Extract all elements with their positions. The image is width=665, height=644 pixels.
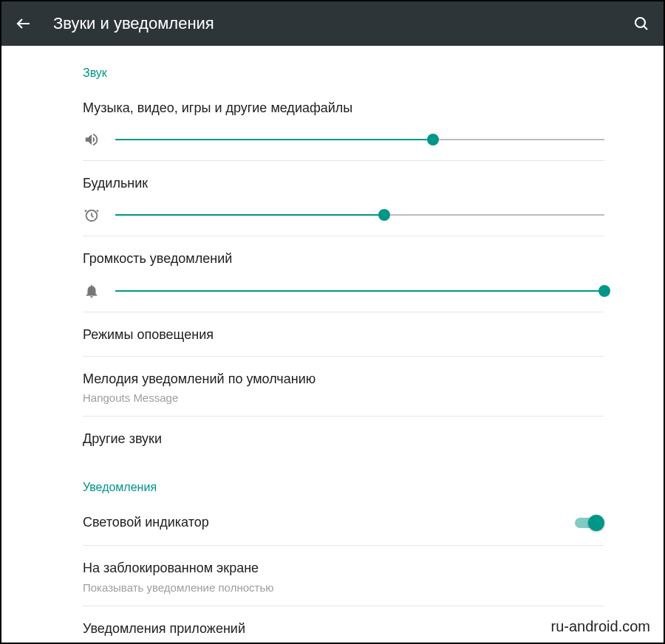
default-ringtone-item[interactable]: Мелодия уведомлений по умолчанию Hangout… bbox=[83, 357, 604, 417]
lockscreen-label: На заблокированном экране bbox=[83, 559, 604, 578]
alarm-volume-label: Будильник bbox=[83, 174, 604, 193]
notif-volume-slider[interactable] bbox=[115, 285, 604, 297]
interruptions-item[interactable]: Режимы оповещения bbox=[83, 312, 604, 357]
toolbar: Звуки и уведомления bbox=[1, 1, 664, 46]
section-header-notifications: Уведомления bbox=[83, 460, 604, 500]
bell-icon bbox=[83, 282, 100, 300]
app-notifications-item[interactable]: Уведомления приложений bbox=[83, 606, 604, 645]
alarm-icon bbox=[83, 206, 100, 224]
media-volume-slider[interactable] bbox=[115, 134, 604, 145]
notif-volume-item: Громкость уведомлений bbox=[83, 236, 604, 312]
led-indicator-toggle[interactable] bbox=[575, 515, 604, 531]
section-header-sound: Звук bbox=[83, 46, 604, 86]
svg-point-0 bbox=[635, 18, 645, 27]
notif-volume-label: Громкость уведомлений bbox=[83, 250, 604, 268]
alarm-volume-slider[interactable] bbox=[115, 209, 604, 221]
speaker-icon bbox=[83, 131, 100, 148]
page-title: Звуки и уведомления bbox=[53, 14, 612, 33]
other-sounds-label: Другие звуки bbox=[83, 430, 604, 448]
default-ringtone-label: Мелодия уведомлений по умолчанию bbox=[83, 370, 604, 388]
alarm-volume-item: Будильник bbox=[83, 161, 604, 236]
app-notifications-label: Уведомления приложений bbox=[83, 620, 604, 638]
search-icon[interactable] bbox=[632, 15, 650, 32]
default-ringtone-sub: Hangouts Message bbox=[83, 391, 604, 404]
watermark: ru-android.com bbox=[550, 618, 650, 635]
interruptions-label: Режимы оповещения bbox=[83, 326, 604, 344]
lockscreen-item[interactable]: На заблокированном экране Показывать уве… bbox=[83, 546, 604, 606]
back-icon[interactable] bbox=[15, 15, 33, 32]
led-indicator-item[interactable]: Световой индикатор bbox=[83, 500, 604, 546]
other-sounds-item[interactable]: Другие звуки bbox=[83, 417, 604, 460]
led-indicator-label: Световой индикатор bbox=[83, 513, 209, 532]
settings-list: Звук Музыка, видео, игры и другие медиаф… bbox=[1, 46, 664, 644]
media-volume-item: Музыка, видео, игры и другие медиафайлы bbox=[83, 86, 604, 161]
lockscreen-sub: Показывать уведомление полностью bbox=[83, 581, 604, 594]
media-volume-label: Музыка, видео, игры и другие медиафайлы bbox=[83, 99, 604, 117]
